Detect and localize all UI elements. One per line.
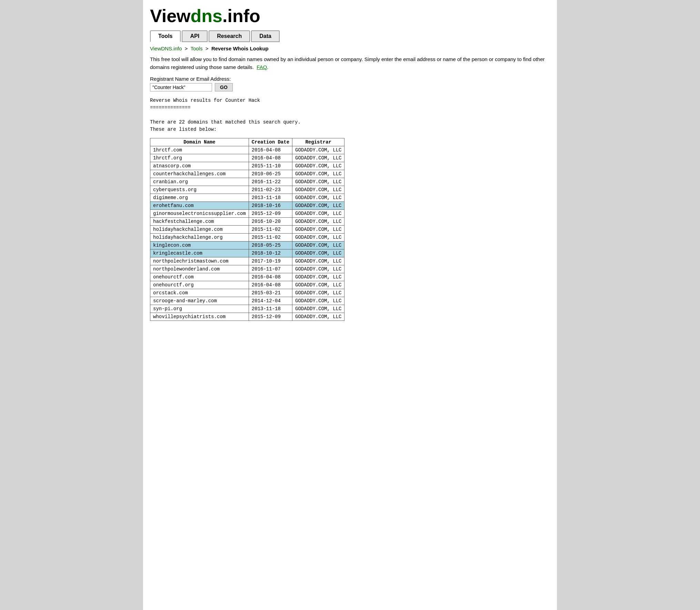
cell-domain: kinglecon.com (150, 242, 249, 249)
breadcrumb-tools[interactable]: Tools (190, 46, 202, 51)
logo-view: View (150, 6, 191, 26)
cell-registrar: GODADDY.COM, LLC (292, 202, 344, 210)
results-table: Domain Name Creation Date Registrar 1hrc… (150, 138, 344, 321)
cell-domain: 1hrctf.org (150, 154, 249, 162)
cell-registrar: GODADDY.COM, LLC (292, 162, 344, 170)
cell-date: 2015-11-10 (249, 162, 292, 170)
results-header: Reverse Whois results for Counter Hack =… (150, 97, 550, 133)
cell-date: 2016-04-08 (249, 146, 292, 154)
table-row: hackfestchallenge.com2016-10-20GODADDY.C… (150, 218, 344, 226)
cell-date: 2015-12-09 (249, 313, 292, 321)
cell-registrar: GODADDY.COM, LLC (292, 154, 344, 162)
cell-domain: 1hrctf.com (150, 146, 249, 154)
cell-domain: erohetfanu.com (150, 202, 249, 210)
cell-domain: ginormouselectronicssupplier.com (150, 210, 249, 218)
cell-registrar: GODADDY.COM, LLC (292, 273, 344, 281)
cell-date: 2013-11-18 (249, 305, 292, 313)
cell-registrar: GODADDY.COM, LLC (292, 242, 344, 249)
cell-date: 2016-04-08 (249, 273, 292, 281)
table-row: ginormouselectronicssupplier.com2015-12-… (150, 210, 344, 218)
cell-domain: holidayhackchallenge.org (150, 234, 249, 242)
tab-research[interactable]: Research (209, 30, 250, 42)
cell-registrar: GODADDY.COM, LLC (292, 218, 344, 226)
cell-registrar: GODADDY.COM, LLC (292, 226, 344, 234)
cell-registrar: GODADDY.COM, LLC (292, 210, 344, 218)
cell-registrar: GODADDY.COM, LLC (292, 265, 344, 273)
cell-domain: cyberquests.org (150, 186, 249, 194)
table-row: counterhackchallenges.com2010-06-25GODAD… (150, 170, 344, 178)
cell-domain: whovillepsychiatrists.com (150, 313, 249, 321)
cell-domain: orcstack.com (150, 289, 249, 297)
cell-date: 2016-11-07 (249, 265, 292, 273)
cell-domain: holidayhackchallenge.com (150, 226, 249, 234)
logo: View dns .info (150, 6, 550, 26)
table-row: kinglecon.com2018-05-25GODADDY.COM, LLC (150, 242, 344, 249)
cell-date: 2018-10-16 (249, 202, 292, 210)
table-row: erohetfanu.com2018-10-16GODADDY.COM, LLC (150, 202, 344, 210)
cell-registrar: GODADDY.COM, LLC (292, 289, 344, 297)
cell-domain: scrooge-and-marley.com (150, 297, 249, 305)
breadcrumb: ViewDNS.info > Tools > Reverse Whois Loo… (150, 46, 550, 51)
table-row: atnascorp.com2015-11-10GODADDY.COM, LLC (150, 162, 344, 170)
tab-tools[interactable]: Tools (150, 30, 181, 42)
tab-api[interactable]: API (182, 30, 208, 42)
table-row: scrooge-and-marley.com2014-12-04GODADDY.… (150, 297, 344, 305)
cell-domain: atnascorp.com (150, 162, 249, 170)
logo-dns: dns (191, 6, 222, 26)
cell-date: 2017-10-19 (249, 257, 292, 265)
table-row: cranbian.org2016-11-22GODADDY.COM, LLC (150, 178, 344, 186)
cell-registrar: GODADDY.COM, LLC (292, 178, 344, 186)
cell-domain: digimeme.org (150, 194, 249, 202)
registrant-input[interactable] (150, 83, 212, 91)
table-row: northpolewonderland.com2016-11-07GODADDY… (150, 265, 344, 273)
cell-registrar: GODADDY.COM, LLC (292, 313, 344, 321)
cell-registrar: GODADDY.COM, LLC (292, 305, 344, 313)
cell-date: 2016-11-22 (249, 178, 292, 186)
faq-link[interactable]: FAQ (257, 64, 267, 70)
cell-date: 2016-04-08 (249, 154, 292, 162)
table-row: orcstack.com2015-03-21GODADDY.COM, LLC (150, 289, 344, 297)
cell-domain: syn-pi.org (150, 305, 249, 313)
table-row: onehourctf.com2016-04-08GODADDY.COM, LLC (150, 273, 344, 281)
table-row: digimeme.org2013-11-18GODADDY.COM, LLC (150, 194, 344, 202)
cell-registrar: GODADDY.COM, LLC (292, 194, 344, 202)
nav-tabs: Tools API Research Data (150, 30, 550, 42)
table-row: holidayhackchallenge.com2015-11-02GODADD… (150, 226, 344, 234)
cell-date: 2011-02-23 (249, 186, 292, 194)
cell-date: 2015-03-21 (249, 289, 292, 297)
cell-registrar: GODADDY.COM, LLC (292, 297, 344, 305)
logo-info: .info (222, 6, 260, 26)
cell-domain: northpolechristmastown.com (150, 257, 249, 265)
cell-date: 2016-04-08 (249, 281, 292, 289)
breadcrumb-home[interactable]: ViewDNS.info (150, 46, 182, 51)
col-registrar: Registrar (292, 138, 344, 146)
cell-registrar: GODADDY.COM, LLC (292, 186, 344, 194)
cell-date: 2014-12-04 (249, 297, 292, 305)
breadcrumb-current: Reverse Whois Lookup (211, 46, 269, 51)
cell-registrar: GODADDY.COM, LLC (292, 146, 344, 154)
cell-date: 2015-11-02 (249, 234, 292, 242)
cell-registrar: GODADDY.COM, LLC (292, 234, 344, 242)
cell-registrar: GODADDY.COM, LLC (292, 257, 344, 265)
cell-date: 2010-06-25 (249, 170, 292, 178)
cell-date: 2018-05-25 (249, 242, 292, 249)
cell-domain: counterhackchallenges.com (150, 170, 249, 178)
table-row: onehourctf.org2016-04-08GODADDY.COM, LLC (150, 281, 344, 289)
col-creation-date: Creation Date (249, 138, 292, 146)
table-row: kringlecastle.com2018-10-12GODADDY.COM, … (150, 249, 344, 257)
cell-domain: cranbian.org (150, 178, 249, 186)
cell-date: 2016-10-20 (249, 218, 292, 226)
table-row: syn-pi.org2013-11-18GODADDY.COM, LLC (150, 305, 344, 313)
table-row: northpolechristmastown.com2017-10-19GODA… (150, 257, 344, 265)
go-button[interactable]: GO (215, 83, 233, 91)
cell-domain: onehourctf.org (150, 281, 249, 289)
form-label: Registrant Name or Email Address: (150, 76, 550, 82)
table-row: 1hrctf.org2016-04-08GODADDY.COM, LLC (150, 154, 344, 162)
tab-data[interactable]: Data (251, 30, 280, 42)
table-row: whovillepsychiatrists.com2015-12-09GODAD… (150, 313, 344, 321)
cell-domain: northpolewonderland.com (150, 265, 249, 273)
cell-registrar: GODADDY.COM, LLC (292, 249, 344, 257)
cell-date: 2018-10-12 (249, 249, 292, 257)
cell-date: 2015-11-02 (249, 226, 292, 234)
description: This free tool will allow you to find do… (150, 56, 550, 71)
